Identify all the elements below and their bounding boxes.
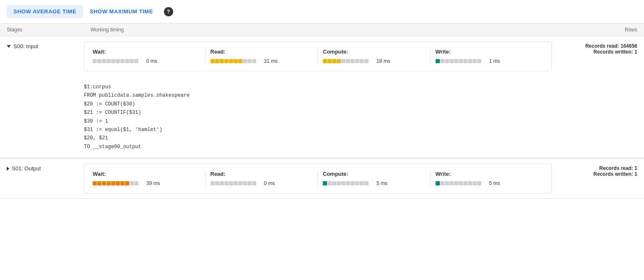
timing-write-s00: Write: 1 ms [431,49,543,64]
rows-col-s00: Records read: 164656 Records written: 1 [552,36,644,62]
rows-col-s01: Records read: 1 Records written: 1 [552,159,644,184]
top-bar: SHOW AVERAGE TIME SHOW MAXIMUM TIME ? [0,0,644,23]
stage-row-s01: S01: Output Wait: 39 ms Read: 0 ms [0,159,644,198]
timing-read-s01: Read: 0 ms [205,171,318,186]
rows-column-header: Rows [545,27,637,33]
stages-container: S00: Input Wait: 0 ms Read: 31 ms C [0,36,644,199]
timing-col-s00: Wait: 0 ms Read: 31 ms Compute: 18 ms [84,36,552,76]
chevron-s01[interactable] [7,167,9,171]
chevron-s00[interactable] [7,45,11,48]
timing-write-s01: Write: 5 ms [431,171,543,186]
timing-compute-s00: Compute: 18 ms [318,49,431,64]
stage-label-s00[interactable]: S00: Input [0,36,84,56]
code-block-s00: $1:corpusFROM publicdata.samples.shakesp… [0,76,644,158]
timing-wait-s01: Wait: 39 ms [93,171,205,186]
timing-compute-s01: Compute: 5 ms [318,171,431,186]
timing-wait-s00: Wait: 0 ms [93,49,205,64]
help-icon[interactable]: ? [164,7,173,16]
stages-column-header: Stages [7,27,91,33]
timing-box-s01: Wait: 39 ms Read: 0 ms Compute: 5 ms [84,164,552,193]
timing-box-s00: Wait: 0 ms Read: 31 ms Compute: 18 ms [84,41,552,71]
timing-col-s01: Wait: 39 ms Read: 0 ms Compute: 5 ms [84,159,552,198]
show-average-time-tab[interactable]: SHOW AVERAGE TIME [7,5,83,18]
column-headers: Stages Working timing Rows [0,23,644,36]
stage-section-s01: S01: Output Wait: 39 ms Read: 0 ms [0,159,644,199]
stage-section-s00: S00: Input Wait: 0 ms Read: 31 ms C [0,36,644,159]
timing-read-s00: Read: 31 ms [205,49,318,64]
working-timing-column-header: Working timing [91,27,545,33]
stage-row-s00: S00: Input Wait: 0 ms Read: 31 ms C [0,36,644,76]
stage-label-s01[interactable]: S01: Output [0,159,84,178]
show-maximum-time-tab[interactable]: SHOW MAXIMUM TIME [83,5,160,18]
